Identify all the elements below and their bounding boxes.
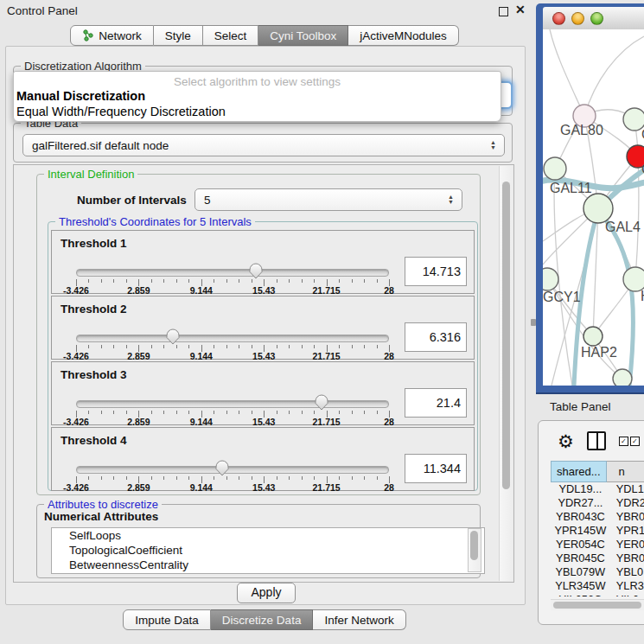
attribute-list-item[interactable]: SelfLoops [52,528,484,543]
split-divider-grip[interactable] [531,319,536,326]
node-right[interactable] [623,267,644,291]
table-row[interactable]: YBR043CYBR0 [551,510,644,524]
network-graph: GAL80GCGAL11GAL4GCY1HHAP2 [543,29,644,386]
attributes-group: Attributes to discretize Numerical Attri… [36,504,481,578]
tick-label: -3.426 [63,482,89,493]
tab-impute-data[interactable]: Impute Data [123,609,211,630]
network-window-titlebar[interactable] [543,7,644,30]
cell-shared-name: YBR045C [551,552,610,565]
tick-label: 28 [384,351,394,361]
table-row[interactable]: YER054CYER0 [551,538,644,552]
slider-thumb[interactable] [214,460,230,477]
table-row[interactable]: YPR145WYPR1 [551,524,644,538]
slider-track[interactable] [76,466,389,474]
tick-label: 15.43 [252,417,275,427]
cell-shared-name: YER054C [551,538,610,552]
tab-jactivemnodules[interactable]: jActiveMNodules [348,25,459,46]
table-row[interactable]: YIL052CYIL0 [551,593,644,596]
vertical-scrollbar[interactable] [499,166,513,581]
gear-icon[interactable]: ⚙ [558,432,574,450]
float-window-icon[interactable] [499,7,508,16]
dropdown-option-manual[interactable]: Manual Discretization [16,89,145,103]
cell-shared-name: YDR27... [551,496,610,510]
tick-label: -3.426 [63,351,89,361]
threshold-value-field[interactable]: 11.344 [405,454,467,483]
threshold-box: Threshold 1-3.4262.8599.14415.4321.71528… [51,230,475,294]
threshold-value-field[interactable]: 6.316 [405,322,467,352]
table-row[interactable]: YBR045CYBR0 [551,552,644,565]
tab-network[interactable]: Network [70,25,154,46]
table-row[interactable]: YBL079WYBL0 [551,565,644,579]
cyni-toolbox-panel: Discretization Algorithm Select algorith… [5,46,526,605]
cell-shared-name: YBL079W [551,565,610,579]
algorithm-dropdown-popup: Select algorithm to view settings Manual… [13,71,501,122]
node-GAL4[interactable] [583,194,613,223]
number-of-intervals-combobox[interactable]: 5 ▲▼ [194,188,462,211]
cell-name: YDR2 [610,496,644,510]
table-panel-title: Table Panel [550,400,611,413]
horizontal-scrollbar[interactable] [551,599,644,610]
dropdown-option-equal-width[interactable]: Equal Width/Frequency Discretization [16,105,226,118]
columns-icon[interactable] [587,431,606,450]
main-tab-bar: Network Style Select Cyni Toolbox jActiv… [0,25,529,46]
interval-definition-group: Interval Definition Number of Intervals … [36,174,481,495]
attribute-list-item[interactable]: BetweennessCentrality [52,558,484,572]
node-HAP2[interactable] [583,327,603,346]
tick-label: 9.144 [190,482,213,493]
network-view-window: GAL80GCGAL11GAL4GCY1HHAP2 [536,3,644,394]
minimize-traffic-light[interactable] [571,12,584,25]
close-icon[interactable]: ✕ [515,3,526,16]
threshold-box: Threshold 2-3.4262.8599.14415.4321.71528… [51,296,475,360]
slider-thumb[interactable] [248,263,264,280]
node-GCY1[interactable] [543,268,558,290]
slider-thumb[interactable] [314,394,329,411]
table-row[interactable]: YDL19...YDL1 [551,482,644,496]
slider-thumb[interactable] [165,328,181,346]
tick-label: 15.43 [252,351,275,361]
group-title: Interval Definition [44,168,137,181]
node-GAL11[interactable] [544,157,566,180]
tab-select[interactable]: Select [203,25,259,46]
table-data-combobox[interactable]: galFiltered.sif default node ▲▼ [22,134,505,156]
node-bottom[interactable] [613,369,632,386]
threshold-value-field[interactable]: 14.713 [405,257,467,286]
threshold-value-field[interactable]: 21.4 [405,388,467,418]
apply-button[interactable]: Apply [237,583,296,603]
slider-tick-labels: -3.4262.8599.14415.4321.71528 [76,482,389,493]
zoom-traffic-light[interactable] [590,12,603,25]
group-title: Threshold's Coordinates for 5 Intervals [55,215,255,228]
tick-label: 2.859 [127,351,150,361]
table-header-row: shared... n [551,461,644,482]
select-columns-icon[interactable]: ✓ ✓ [619,437,640,446]
tick-label: 2.859 [127,482,150,493]
cell-name: YDL1 [610,482,644,496]
tick-label: 9.144 [190,417,213,427]
slider-track[interactable] [76,335,389,342]
tab-cyni-toolbox[interactable]: Cyni Toolbox [258,25,348,46]
slider-track[interactable] [76,269,389,277]
edge [584,36,644,116]
number-of-intervals-value: 5 [204,194,211,207]
attribute-list-item[interactable]: TopologicalCoefficient [52,543,484,558]
tab-infer-network[interactable]: Infer Network [313,609,405,630]
cell-name: YBR0 [610,552,644,565]
table-row[interactable]: YDR27...YDR2 [551,496,644,510]
list-scrollbar[interactable] [468,528,481,572]
tick-label: 21.715 [313,417,341,427]
scrollbar-thumb[interactable] [553,602,641,609]
numerical-attributes-list[interactable]: SelfLoopsTopologicalCoefficientBetweenne… [51,527,485,574]
node-label: GAL4 [605,220,641,234]
close-traffic-light[interactable] [552,12,565,25]
tab-discretize-data[interactable]: Discretize Data [211,609,314,630]
column-header-name[interactable]: n [607,461,644,482]
tab-style[interactable]: Style [154,25,203,46]
stepper-arrows-icon: ▲▼ [448,194,454,205]
node-label: GAL80 [560,123,603,137]
scrollbar-thumb[interactable] [502,182,510,489]
tick-label: 2.859 [127,417,150,427]
network-canvas[interactable]: GAL80GCGAL11GAL4GCY1HHAP2 [543,29,644,386]
table-row[interactable]: YLR345WYLR3 [551,579,644,593]
column-header-shared[interactable]: shared... [551,461,607,482]
slider-track[interactable] [76,400,389,408]
scrollbar-thumb[interactable] [470,531,478,560]
